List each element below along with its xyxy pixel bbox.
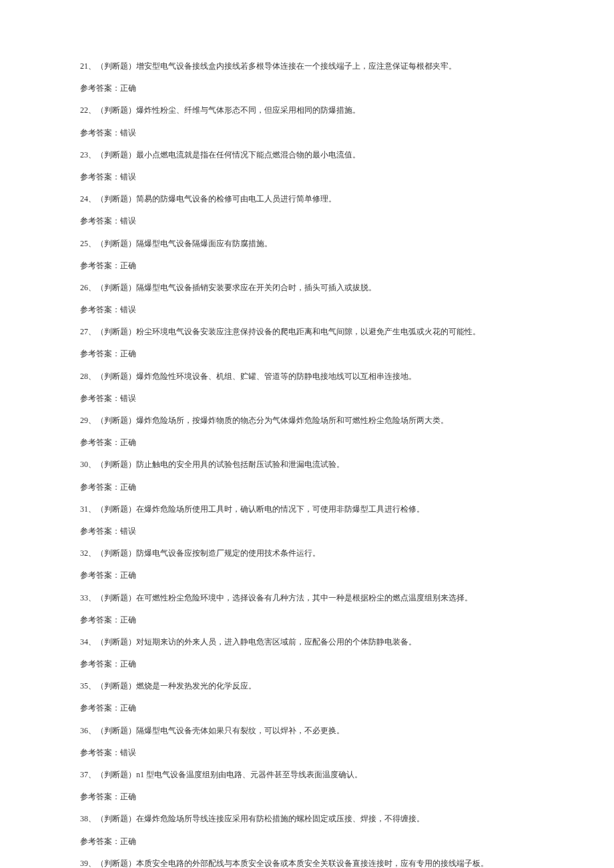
question-type: （判断题） — [96, 770, 136, 779]
answer-value: 正确 — [120, 792, 136, 801]
answer-line: 参考答案：正确 — [80, 702, 534, 715]
question-number: 39 — [80, 859, 88, 868]
answer-value: 正确 — [120, 438, 136, 447]
qa-block: 35、（判断题）燃烧是一种发热发光的化学反应。参考答案：正确 — [80, 680, 534, 715]
qa-block: 28、（判断题）爆炸危险性环境设备、机组、贮罐、管道等的防静电接地线可以互相串连… — [80, 370, 534, 405]
qa-block: 27、（判断题）粉尘环境电气设备安装应注意保持设备的爬电距离和电气间隙，以避免产… — [80, 326, 534, 360]
question-line: 29、（判断题）爆炸危险场所，按爆炸物质的物态分为气体爆炸危险场所和可燃性粉尘危… — [80, 414, 534, 427]
question-number: 38 — [80, 814, 88, 823]
question-text: 最小点燃电流就是指在任何情况下能点燃混合物的最小电流值。 — [136, 150, 360, 159]
qa-block: 30、（判断题）防止触电的安全用具的试验包括耐压试验和泄漏电流试验。参考答案：正… — [80, 458, 534, 493]
question-line: 36、（判断题）隔爆型电气设备壳体如果只有裂纹，可以焊补，不必更换。 — [80, 725, 534, 737]
question-type: （判断题） — [96, 239, 136, 248]
question-line: 21、（判断题）增安型电气设备接线盒内接线若多根导体连接在一个接线端子上，应注意… — [80, 60, 534, 73]
question-type: （判断题） — [96, 194, 136, 203]
answer-line: 参考答案：错误 — [80, 525, 534, 538]
question-type: （判断题） — [96, 372, 136, 381]
question-number: 32 — [80, 548, 88, 558]
answer-value: 正确 — [120, 261, 136, 270]
question-text: 在可燃性粉尘危险环境中，选择设备有几种方法，其中一种是根据粉尘的燃点温度组别来选… — [136, 593, 473, 602]
qa-block: 21、（判断题）增安型电气设备接线盒内接线若多根导体连接在一个接线端子上，应注意… — [80, 60, 534, 95]
question-type: （判断题） — [96, 150, 136, 159]
answer-prefix: 参考答案： — [80, 659, 120, 669]
question-number: 36 — [80, 726, 88, 735]
answer-prefix: 参考答案： — [80, 172, 120, 181]
answer-line: 参考答案：正确 — [80, 436, 534, 449]
answer-prefix: 参考答案： — [80, 526, 120, 536]
question-line: 33、（判断题）在可燃性粉尘危险环境中，选择设备有几种方法，其中一种是根据粉尘的… — [80, 592, 534, 604]
qa-block: 36、（判断题）隔爆型电气设备壳体如果只有裂纹，可以焊补，不必更换。参考答案：错… — [80, 725, 534, 759]
question-type: （判断题） — [96, 681, 136, 691]
answer-value: 错误 — [120, 305, 136, 314]
answer-prefix: 参考答案： — [80, 837, 120, 846]
answer-value: 正确 — [120, 837, 136, 846]
answer-prefix: 参考答案： — [80, 703, 120, 713]
question-line: 32、（判断题）防爆电气设备应按制造厂规定的使用技术条件运行。 — [80, 547, 534, 560]
question-type: （判断题） — [96, 283, 136, 292]
answer-line: 参考答案：错误 — [80, 215, 534, 228]
answer-value: 正确 — [120, 659, 136, 669]
answer-value: 正确 — [120, 570, 136, 580]
qa-block: 37、（判断题）n1 型电气设备温度组别由电路、元器件甚至导线表面温度确认。参考… — [80, 769, 534, 803]
question-type: （判断题） — [96, 637, 136, 646]
answer-value: 正确 — [120, 615, 136, 624]
question-line: 31、（判断题）在爆炸危险场所使用工具时，确认断电的情况下，可使用非防爆型工具进… — [80, 503, 534, 516]
question-line: 28、（判断题）爆炸危险性环境设备、机组、贮罐、管道等的防静电接地线可以互相串连… — [80, 370, 534, 383]
question-number: 31 — [80, 504, 88, 514]
question-text: 防爆电气设备应按制造厂规定的使用技术条件运行。 — [136, 548, 320, 558]
question-type: （判断题） — [96, 726, 136, 735]
answer-line: 参考答案：正确 — [80, 569, 534, 582]
answer-prefix: 参考答案： — [80, 570, 120, 580]
question-text: 在爆炸危险场所导线连接应采用有防松措施的螺栓固定或压接、焊接，不得缠接。 — [136, 814, 424, 823]
question-text: 隔爆型电气设备隔爆面应有防腐措施。 — [136, 239, 272, 248]
answer-line: 参考答案：正确 — [80, 82, 534, 95]
qa-block: 26、（判断题）隔爆型电气设备插销安装要求应在开关闭合时，插头可插入或拔脱。参考… — [80, 282, 534, 316]
question-text: 防止触电的安全用具的试验包括耐压试验和泄漏电流试验。 — [136, 460, 344, 469]
qa-block: 24、（判断题）简易的防爆电气设备的检修可由电工人员进行简单修理。参考答案：错误 — [80, 193, 534, 228]
answer-line: 参考答案：正确 — [80, 835, 534, 848]
question-number: 37 — [80, 770, 88, 779]
question-number: 29 — [80, 416, 88, 425]
answer-line: 参考答案：错误 — [80, 171, 534, 183]
question-text: 在爆炸危险场所使用工具时，确认断电的情况下，可使用非防爆型工具进行检修。 — [136, 504, 424, 514]
question-type: （判断题） — [96, 859, 136, 868]
qa-block: 34、（判断题）对短期来访的外来人员，进入静电危害区域前，应配备公用的个体防静电… — [80, 636, 534, 671]
answer-line: 参考答案：错误 — [80, 304, 534, 316]
answer-value: 正确 — [120, 349, 136, 358]
answer-prefix: 参考答案： — [80, 349, 120, 358]
question-type: （判断题） — [96, 327, 136, 336]
question-text: 爆炸危险性环境设备、机组、贮罐、管道等的防静电接地线可以互相串连接地。 — [136, 372, 416, 381]
question-line: 26、（判断题）隔爆型电气设备插销安装要求应在开关闭合时，插头可插入或拔脱。 — [80, 282, 534, 294]
answer-line: 参考答案：错误 — [80, 747, 534, 759]
question-number: 35 — [80, 681, 88, 691]
qa-block: 25、（判断题）隔爆型电气设备隔爆面应有防腐措施。参考答案：正确 — [80, 238, 534, 272]
answer-line: 参考答案：正确 — [80, 658, 534, 671]
question-line: 38、（判断题）在爆炸危险场所导线连接应采用有防松措施的螺栓固定或压接、焊接，不… — [80, 813, 534, 825]
answer-prefix: 参考答案： — [80, 615, 120, 624]
answer-value: 正确 — [120, 83, 136, 93]
question-line: 27、（判断题）粉尘环境电气设备安装应注意保持设备的爬电距离和电气间隙，以避免产… — [80, 326, 534, 338]
answer-line: 参考答案：正确 — [80, 481, 534, 494]
question-number: 26 — [80, 283, 88, 292]
qa-block: 22、（判断题）爆炸性粉尘、纤维与气体形态不同，但应采用相同的防爆措施。参考答案… — [80, 104, 534, 139]
question-text: n1 型电气设备温度组别由电路、元器件甚至导线表面温度确认。 — [136, 770, 362, 779]
question-type: （判断题） — [96, 593, 136, 602]
answer-prefix: 参考答案： — [80, 438, 120, 447]
question-type: （判断题） — [96, 460, 136, 469]
question-type: （判断题） — [96, 504, 136, 514]
question-text: 爆炸危险场所，按爆炸物质的物态分为气体爆炸危险场所和可燃性粉尘危险场所两大类。 — [136, 416, 448, 425]
question-number: 30 — [80, 460, 88, 469]
question-line: 37、（判断题）n1 型电气设备温度组别由电路、元器件甚至导线表面温度确认。 — [80, 769, 534, 781]
question-text: 燃烧是一种发热发光的化学反应。 — [136, 681, 256, 691]
answer-prefix: 参考答案： — [80, 261, 120, 270]
answer-value: 正确 — [120, 482, 136, 492]
qa-block: 32、（判断题）防爆电气设备应按制造厂规定的使用技术条件运行。参考答案：正确 — [80, 547, 534, 582]
answer-prefix: 参考答案： — [80, 394, 120, 403]
question-text: 本质安全电路的外部配线与本质安全设备或本质安全关联设备直接连接时，应有专用的接线… — [136, 859, 489, 868]
answer-line: 参考答案：错误 — [80, 392, 534, 405]
question-line: 39、（判断题）本质安全电路的外部配线与本质安全设备或本质安全关联设备直接连接时… — [80, 857, 534, 868]
question-type: （判断题） — [96, 61, 136, 71]
answer-prefix: 参考答案： — [80, 216, 120, 226]
answer-prefix: 参考答案： — [80, 748, 120, 757]
question-type: （判断题） — [96, 105, 136, 115]
